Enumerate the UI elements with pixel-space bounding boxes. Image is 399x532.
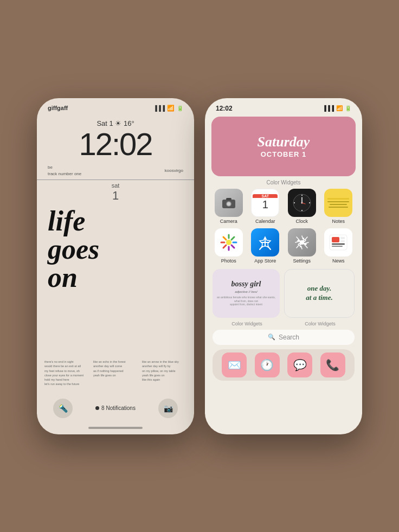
bossy-girl-widget[interactable]: bossy girl adjective // bos/ an ambitiou… bbox=[213, 269, 280, 318]
oneday-line1: one day. bbox=[307, 284, 331, 293]
october-subtitle: OCTOBER 1 bbox=[261, 150, 307, 158]
lock-time: 12:02 bbox=[48, 129, 183, 160]
clock-dock-icon: 🕐 bbox=[260, 358, 274, 371]
photos-label: Photos bbox=[221, 258, 236, 264]
battery-icon: 🔋 bbox=[177, 105, 183, 111]
lyric-col-2: like an echo in the forest another day w… bbox=[93, 360, 138, 387]
wifi-icon: 📶 bbox=[167, 105, 175, 112]
news-label: News bbox=[332, 258, 345, 264]
search-bar[interactable]: 🔍 Search bbox=[213, 330, 355, 345]
search-icon: 🔍 bbox=[268, 334, 275, 341]
track-name: be bbox=[48, 164, 81, 171]
background: giffgaff ▐▐▐ 📶 🔋 Sat 1 ☀ 16° 12:02 be bbox=[0, 0, 399, 532]
camera-button[interactable]: 📷 bbox=[158, 399, 178, 418]
clock-label: Clock bbox=[295, 219, 308, 224]
bossy-description: an ambitious female who knows what she w… bbox=[217, 296, 275, 306]
clock-dock-icon[interactable]: 🕐 bbox=[255, 352, 280, 377]
svg-rect-25 bbox=[332, 246, 343, 247]
home-time: 12:02 bbox=[216, 105, 233, 112]
svg-point-11 bbox=[309, 202, 310, 203]
svg-point-2 bbox=[227, 202, 230, 206]
dock: ✉️ 🕐 💬 📞 bbox=[213, 349, 355, 381]
notes-app-icon bbox=[324, 189, 352, 217]
music-artist: koosvirgo bbox=[165, 168, 183, 173]
lyric-col-3: like an arrow in the blue sky another da… bbox=[142, 360, 186, 387]
life-goes-on-text: life goes on bbox=[37, 203, 194, 292]
lock-bottom-bar: 🔦 8 Notifications 📷 bbox=[37, 391, 194, 424]
svg-line-19 bbox=[231, 237, 234, 240]
color-widgets-label-top: Color Widgets bbox=[205, 180, 362, 185]
lock-time-area: Sat 1 ☀ 16° 12:02 bbox=[37, 114, 194, 162]
cw-label-1: Color Widgets bbox=[213, 321, 281, 326]
phone-dock-icon[interactable]: 📞 bbox=[320, 352, 345, 377]
cw-label-2: Color Widgets bbox=[286, 321, 355, 326]
svg-line-18 bbox=[231, 245, 234, 248]
signal-icon: ▐▐▐ bbox=[153, 105, 165, 111]
day-widget: sat bbox=[37, 180, 194, 189]
svg-point-8 bbox=[301, 195, 303, 196]
saturday-title: Saturday bbox=[258, 134, 310, 150]
calendar-app-icon: SAT 1 bbox=[251, 189, 279, 217]
music-info: be track number one bbox=[48, 164, 81, 177]
lyrics-area: there's no end in sight would there be a… bbox=[37, 327, 194, 387]
calendar-label: Calendar bbox=[255, 219, 275, 224]
bottom-cw-labels: Color Widgets Color Widgets bbox=[205, 320, 362, 328]
calendar-app[interactable]: SAT 1 Calendar bbox=[249, 189, 282, 224]
notes-label: Notes bbox=[332, 219, 345, 224]
photos-app[interactable]: Photos bbox=[213, 228, 245, 264]
settings-app-icon bbox=[288, 228, 316, 257]
big-line1: life bbox=[48, 207, 183, 235]
one-day-widget[interactable]: one day. at a time. bbox=[284, 269, 355, 318]
search-placeholder: Search bbox=[279, 334, 299, 341]
notif-dot-icon bbox=[95, 406, 99, 410]
lyric-col-1: there's no end in sight would there be a… bbox=[44, 360, 89, 387]
clock-app-icon bbox=[288, 189, 316, 217]
home-status-bar: 12:02 ▐▐▐ 📶 🔋 bbox=[205, 98, 362, 114]
lock-status-bar: giffgaff ▐▐▐ 📶 🔋 bbox=[37, 98, 194, 114]
big-line3: on bbox=[48, 264, 183, 292]
settings-label: Settings bbox=[293, 258, 311, 264]
appstore-app-icon bbox=[251, 228, 279, 257]
news-app[interactable]: News bbox=[323, 228, 355, 264]
oneday-line2: at a time. bbox=[306, 293, 332, 303]
music-widget[interactable]: be track number one koosvirgo bbox=[37, 162, 194, 180]
bottom-widgets-row: bossy girl adjective // bos/ an ambitiou… bbox=[205, 267, 362, 320]
bossy-title: bossy girl bbox=[231, 280, 261, 289]
camera-app[interactable]: Camera bbox=[213, 189, 245, 224]
phone-icon: 📞 bbox=[326, 358, 339, 371]
svg-rect-24 bbox=[332, 243, 345, 245]
big-line2: goes bbox=[48, 235, 183, 264]
mail-dock-icon[interactable]: ✉️ bbox=[222, 352, 247, 377]
mail-icon: ✉️ bbox=[228, 358, 241, 371]
photos-app-icon bbox=[215, 228, 243, 257]
carrier-label: giffgaff bbox=[48, 105, 68, 111]
notifications-badge[interactable]: 8 Notifications bbox=[95, 405, 136, 411]
status-icons: ▐▐▐ 📶 🔋 bbox=[153, 105, 183, 112]
notif-text: 8 Notifications bbox=[101, 405, 136, 411]
date-widget-num: 1 bbox=[37, 189, 194, 203]
home-battery-icon: 🔋 bbox=[345, 105, 351, 111]
flashlight-button[interactable]: 🔦 bbox=[53, 399, 73, 418]
home-signal-icon: ▐▐▐ bbox=[323, 105, 334, 111]
whatsapp-dock-icon[interactable]: 💬 bbox=[287, 352, 312, 377]
bossy-sub: adjective // bos/ bbox=[235, 290, 258, 294]
track-subtitle: track number one bbox=[48, 171, 81, 177]
svg-line-20 bbox=[223, 245, 226, 248]
news-app-icon bbox=[324, 228, 352, 257]
svg-line-17 bbox=[223, 237, 226, 240]
svg-point-10 bbox=[294, 202, 295, 203]
svg-rect-26 bbox=[340, 237, 345, 239]
left-phone: giffgaff ▐▐▐ 📶 🔋 Sat 1 ☀ 16° 12:02 be bbox=[37, 98, 194, 434]
home-indicator[interactable] bbox=[88, 427, 143, 429]
camera-shortcut-icon: 📷 bbox=[164, 404, 173, 413]
saturday-widget[interactable]: Saturday OCTOBER 1 bbox=[211, 117, 356, 176]
right-phone: 12:02 ▐▐▐ 📶 🔋 Saturday OCTOBER 1 Color W… bbox=[205, 98, 362, 434]
clock-app[interactable]: Clock bbox=[286, 189, 318, 224]
svg-point-12 bbox=[226, 240, 231, 245]
notes-app[interactable]: Notes bbox=[323, 189, 355, 224]
appstore-app[interactable]: App Store bbox=[249, 228, 282, 264]
home-screen: 12:02 ▐▐▐ 📶 🔋 Saturday OCTOBER 1 Color W… bbox=[205, 98, 362, 434]
svg-rect-3 bbox=[226, 198, 231, 200]
svg-rect-23 bbox=[332, 237, 339, 242]
settings-app[interactable]: Settings bbox=[286, 228, 318, 264]
